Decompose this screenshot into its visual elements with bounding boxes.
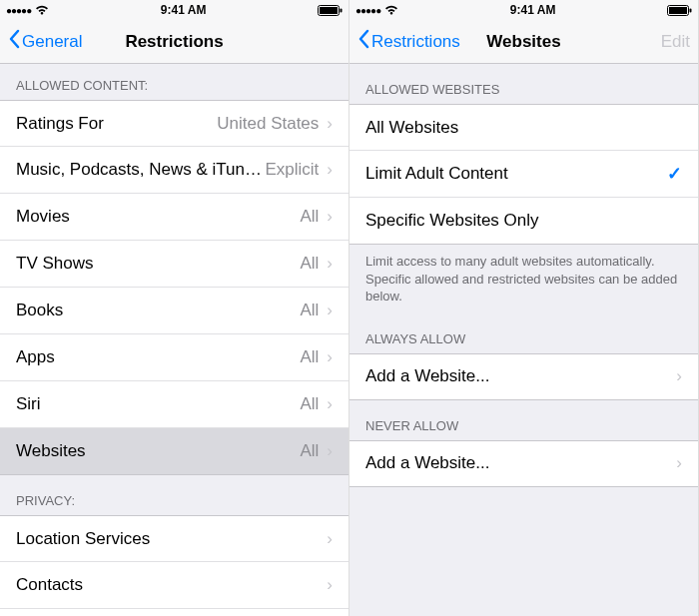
chevron-left-icon bbox=[357, 29, 371, 54]
svg-rect-5 bbox=[690, 8, 692, 12]
row-calendars[interactable]: Calendars › bbox=[0, 609, 349, 616]
row-apps[interactable]: Apps All › bbox=[0, 334, 349, 381]
section-header-allowed-websites: ALLOWED WEBSITES bbox=[350, 64, 698, 104]
section-header-allowed: ALLOWED CONTENT: bbox=[0, 64, 349, 100]
back-button[interactable]: Restrictions bbox=[357, 29, 460, 54]
row-value: All bbox=[300, 207, 319, 227]
nav-bar: General Restrictions bbox=[0, 20, 349, 64]
battery-icon bbox=[318, 5, 343, 16]
chevron-right-icon: › bbox=[327, 441, 333, 461]
row-label: Music, Podcasts, News & iTunes U bbox=[16, 160, 265, 180]
row-label: Specific Websites Only bbox=[365, 211, 682, 231]
row-label: Contacts bbox=[16, 575, 327, 595]
row-music[interactable]: Music, Podcasts, News & iTunes U Explici… bbox=[0, 147, 349, 194]
battery-icon bbox=[667, 5, 692, 16]
chevron-right-icon: › bbox=[327, 394, 333, 414]
chevron-right-icon: › bbox=[327, 575, 333, 595]
row-add-website-never[interactable]: Add a Website... › bbox=[350, 440, 698, 487]
row-label: Books bbox=[16, 301, 300, 320]
row-tv-shows[interactable]: TV Shows All › bbox=[0, 241, 349, 288]
row-value: All bbox=[300, 394, 319, 414]
row-label: Add a Website... bbox=[365, 366, 676, 386]
section-header-always-allow: ALWAYS ALLOW bbox=[350, 313, 698, 353]
edit-button[interactable]: Edit bbox=[661, 32, 690, 52]
wifi-icon bbox=[35, 5, 49, 15]
row-ratings-for[interactable]: Ratings For United States › bbox=[0, 100, 349, 147]
row-value: Explicit bbox=[265, 160, 319, 180]
back-label: General bbox=[22, 32, 82, 52]
content: ALLOWED CONTENT: Ratings For United Stat… bbox=[0, 64, 349, 616]
content: ALLOWED WEBSITES All Websites Limit Adul… bbox=[350, 64, 698, 487]
row-label: Apps bbox=[16, 347, 300, 367]
row-specific-websites[interactable]: Specific Websites Only bbox=[350, 198, 698, 245]
row-label: Add a Website... bbox=[365, 453, 676, 473]
row-value: All bbox=[300, 347, 319, 367]
row-movies[interactable]: Movies All › bbox=[0, 194, 349, 241]
row-all-websites[interactable]: All Websites bbox=[350, 104, 698, 151]
screen-restrictions: ●●●●● 9:41 AM General Restrictions ALLOW… bbox=[0, 0, 350, 616]
row-books[interactable]: Books All › bbox=[0, 288, 349, 334]
screen-websites: ●●●●● 9:41 AM Restrictions Websites Edit… bbox=[350, 0, 699, 616]
row-value: All bbox=[300, 301, 319, 320]
chevron-right-icon: › bbox=[327, 529, 333, 549]
row-value: All bbox=[300, 254, 319, 274]
row-label: All Websites bbox=[365, 118, 682, 138]
chevron-right-icon: › bbox=[676, 453, 682, 473]
row-value: All bbox=[300, 441, 319, 461]
status-time: 9:41 AM bbox=[161, 3, 207, 17]
section-header-never-allow: NEVER ALLOW bbox=[350, 400, 698, 440]
row-location-services[interactable]: Location Services › bbox=[0, 515, 349, 562]
row-websites[interactable]: Websites All › bbox=[0, 428, 349, 475]
chevron-right-icon: › bbox=[327, 301, 333, 320]
signal-dots-icon: ●●●●● bbox=[355, 5, 380, 16]
status-time: 9:41 AM bbox=[510, 3, 556, 17]
chevron-right-icon: › bbox=[327, 207, 333, 227]
row-label: Limit Adult Content bbox=[365, 164, 667, 184]
row-label: Websites bbox=[16, 441, 300, 461]
row-add-website-allow[interactable]: Add a Website... › bbox=[350, 353, 698, 400]
chevron-right-icon: › bbox=[327, 160, 333, 180]
row-label: Movies bbox=[16, 207, 300, 227]
row-value: United States bbox=[217, 114, 319, 134]
chevron-right-icon: › bbox=[327, 254, 333, 274]
section-footer: Limit access to many adult websites auto… bbox=[350, 245, 698, 313]
status-bar: ●●●●● 9:41 AM bbox=[0, 0, 349, 20]
row-label: Ratings For bbox=[16, 114, 217, 134]
back-label: Restrictions bbox=[371, 32, 460, 52]
chevron-right-icon: › bbox=[327, 114, 333, 134]
chevron-left-icon bbox=[8, 29, 22, 54]
svg-rect-2 bbox=[341, 8, 343, 12]
svg-rect-4 bbox=[669, 7, 687, 14]
row-siri[interactable]: Siri All › bbox=[0, 381, 349, 428]
row-contacts[interactable]: Contacts › bbox=[0, 562, 349, 609]
chevron-right-icon: › bbox=[327, 347, 333, 367]
wifi-icon bbox=[384, 5, 398, 15]
row-label: TV Shows bbox=[16, 254, 300, 274]
row-label: Location Services bbox=[16, 529, 327, 549]
chevron-right-icon: › bbox=[676, 366, 682, 386]
section-header-privacy: PRIVACY: bbox=[0, 475, 349, 515]
row-label: Siri bbox=[16, 394, 300, 414]
row-limit-adult-content[interactable]: Limit Adult Content ✓ bbox=[350, 151, 698, 198]
checkmark-icon: ✓ bbox=[667, 163, 682, 185]
nav-bar: Restrictions Websites Edit bbox=[350, 20, 698, 64]
signal-dots-icon: ●●●●● bbox=[6, 5, 31, 16]
back-button[interactable]: General bbox=[8, 29, 82, 54]
status-bar: ●●●●● 9:41 AM bbox=[350, 0, 698, 20]
svg-rect-1 bbox=[320, 7, 338, 14]
